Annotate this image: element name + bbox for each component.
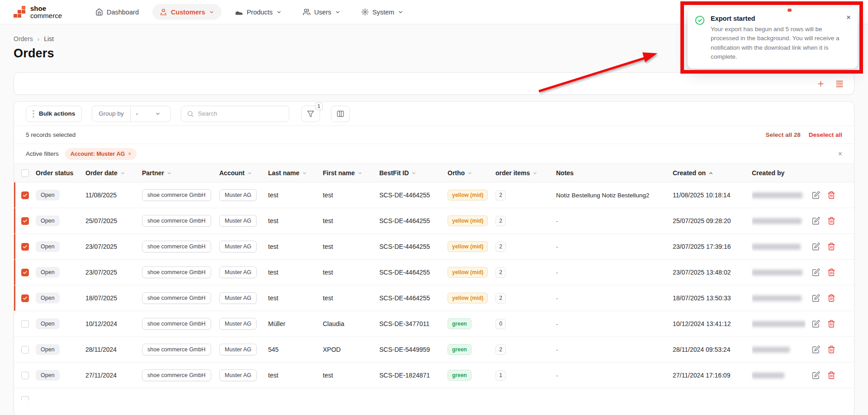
column-header-ortho[interactable]: Ortho bbox=[448, 164, 495, 182]
add-filter-button[interactable] bbox=[816, 79, 825, 88]
ortho-badge: yellow (mid) bbox=[448, 267, 488, 278]
delete-row-button[interactable] bbox=[827, 294, 835, 302]
column-header-account[interactable]: Account bbox=[219, 164, 268, 182]
kebab-dots-icon bbox=[33, 110, 34, 118]
edit-row-button[interactable] bbox=[812, 371, 820, 379]
chevron-down-icon bbox=[302, 171, 307, 176]
table-row[interactable]: Open 28/11/2024 shoe commerce GmbH Muste… bbox=[14, 337, 854, 363]
select-all-link[interactable]: Select all 28 bbox=[765, 131, 800, 138]
order-status-badge: Open bbox=[36, 215, 60, 226]
order-items-count: 2 bbox=[495, 345, 506, 355]
bestfit-id-value: SCS-DE-4464255 bbox=[379, 208, 448, 233]
filters-button[interactable]: 1 bbox=[301, 106, 320, 122]
delete-row-button[interactable] bbox=[827, 345, 835, 354]
row-checkbox[interactable] bbox=[21, 243, 29, 251]
table-row[interactable]: Open 18/07/2025 shoe commerce GmbH Muste… bbox=[14, 285, 854, 311]
account-chip: Muster AG bbox=[219, 318, 257, 330]
delete-row-button[interactable] bbox=[827, 371, 835, 379]
nav-item-dashboard[interactable]: Dashboard bbox=[88, 4, 146, 20]
nav-item-products[interactable]: Products bbox=[228, 4, 289, 20]
order-status-badge: Open bbox=[36, 241, 60, 252]
brand-logo[interactable]: shoe commerce bbox=[13, 5, 62, 19]
bulk-actions-button[interactable]: Bulk actions bbox=[26, 106, 82, 122]
group-by-select[interactable]: - bbox=[131, 106, 170, 121]
nav-label-products: Products bbox=[247, 9, 273, 16]
edit-row-button[interactable] bbox=[812, 217, 820, 225]
deselect-all-link[interactable]: Deselect all bbox=[809, 131, 842, 138]
breadcrumb-orders[interactable]: Orders bbox=[14, 35, 33, 42]
delete-row-button[interactable] bbox=[827, 191, 835, 199]
column-header-partner[interactable]: Partner bbox=[142, 164, 219, 182]
edit-row-button[interactable] bbox=[812, 294, 820, 302]
row-checkbox[interactable] bbox=[21, 320, 29, 328]
delete-row-button[interactable] bbox=[827, 217, 835, 225]
clear-filters-icon[interactable]: × bbox=[838, 150, 842, 158]
row-checkbox[interactable] bbox=[21, 217, 29, 225]
active-filters-label: Active filters bbox=[26, 150, 59, 157]
order-items-count: 2 bbox=[495, 242, 506, 252]
select-all-checkbox[interactable] bbox=[21, 169, 29, 177]
pencil-edit-icon bbox=[812, 242, 820, 251]
columns-button[interactable] bbox=[331, 106, 350, 122]
row-checkbox[interactable] bbox=[21, 269, 29, 276]
search-input[interactable] bbox=[198, 110, 283, 117]
account-chip: Muster AG bbox=[219, 344, 257, 355]
row-checkbox[interactable] bbox=[21, 294, 29, 302]
partner-chip: shoe commerce GmbH bbox=[142, 369, 211, 381]
order-date-value: 25/07/2025 bbox=[85, 208, 142, 233]
column-header-order-items[interactable]: order items bbox=[495, 164, 556, 182]
notes-value: - bbox=[556, 234, 673, 259]
nav-item-system[interactable]: System bbox=[354, 4, 410, 20]
nav-item-users[interactable]: Users bbox=[295, 4, 348, 20]
table-row[interactable]: Open 27/11/2024 shoe commerce GmbH Muste… bbox=[14, 363, 854, 388]
active-filters-row: Active filters Account: Muster AG × × bbox=[14, 144, 854, 164]
table-row-partial bbox=[14, 388, 854, 399]
column-header-order-date[interactable]: Order date bbox=[85, 164, 142, 182]
trash-icon bbox=[827, 268, 835, 276]
chevron-down-icon bbox=[358, 171, 363, 176]
bestfit-id-value: SCS-DE-4464255 bbox=[379, 234, 448, 259]
toast-close-icon[interactable]: × bbox=[846, 14, 851, 21]
row-checkbox[interactable] bbox=[21, 396, 29, 401]
edit-row-button[interactable] bbox=[812, 320, 820, 328]
notes-value: Notiz Bestellung Notiz Bestellung2 bbox=[556, 182, 673, 208]
remove-filter-icon[interactable]: × bbox=[128, 151, 131, 157]
column-header-last-name[interactable]: Last name bbox=[268, 164, 323, 182]
delete-row-button[interactable] bbox=[827, 268, 835, 276]
last-name-value: test bbox=[268, 234, 323, 259]
chevron-down-icon bbox=[335, 9, 340, 15]
partner-chip: shoe commerce GmbH bbox=[142, 266, 211, 278]
column-header-bestfit-id[interactable]: BestFit ID bbox=[379, 164, 448, 182]
edit-row-button[interactable] bbox=[812, 191, 820, 199]
filter-chip-account[interactable]: Account: Muster AG × bbox=[65, 148, 137, 160]
order-date-value: 23/07/2025 bbox=[85, 260, 142, 285]
pencil-edit-icon bbox=[812, 268, 820, 276]
delete-row-button[interactable] bbox=[827, 320, 835, 328]
edit-row-button[interactable] bbox=[812, 268, 820, 276]
table-row[interactable]: Open 11/08/2025 shoe commerce GmbH Muste… bbox=[14, 182, 854, 208]
edit-row-button[interactable] bbox=[812, 242, 820, 251]
column-header-created-on[interactable]: Created on bbox=[673, 164, 752, 182]
row-checkbox[interactable] bbox=[21, 346, 29, 354]
check-circle-icon bbox=[695, 15, 705, 25]
saved-views-button[interactable] bbox=[835, 80, 844, 88]
nav-item-customers[interactable]: Customers bbox=[152, 4, 222, 20]
orders-table-card: Bulk actions Group by - 1 bbox=[14, 101, 854, 415]
row-checkbox[interactable] bbox=[21, 372, 29, 379]
nav-label-customers: Customers bbox=[171, 9, 205, 16]
first-name-value: test bbox=[323, 363, 379, 388]
column-header-notes[interactable]: Notes bbox=[556, 164, 673, 182]
order-items-count: 1 bbox=[495, 370, 506, 381]
column-header-first-name[interactable]: First name bbox=[323, 164, 379, 182]
table-row[interactable]: Open 25/07/2025 shoe commerce GmbH Muste… bbox=[14, 208, 854, 234]
chevron-up-sort-icon bbox=[708, 171, 713, 176]
table-row[interactable]: Open 23/07/2025 shoe commerce GmbH Muste… bbox=[14, 234, 854, 260]
edit-row-button[interactable] bbox=[812, 345, 820, 354]
table-row[interactable]: Open 23/07/2025 shoe commerce GmbH Muste… bbox=[14, 260, 854, 285]
row-checkbox[interactable] bbox=[21, 191, 29, 199]
column-header-order-status[interactable]: Order status bbox=[36, 164, 85, 182]
column-header-created-by[interactable]: Created by bbox=[752, 164, 806, 182]
table-row[interactable]: Open 10/12/2024 shoe commerce GmbH Muste… bbox=[14, 311, 854, 337]
delete-row-button[interactable] bbox=[827, 242, 835, 251]
pencil-edit-icon bbox=[812, 217, 820, 225]
